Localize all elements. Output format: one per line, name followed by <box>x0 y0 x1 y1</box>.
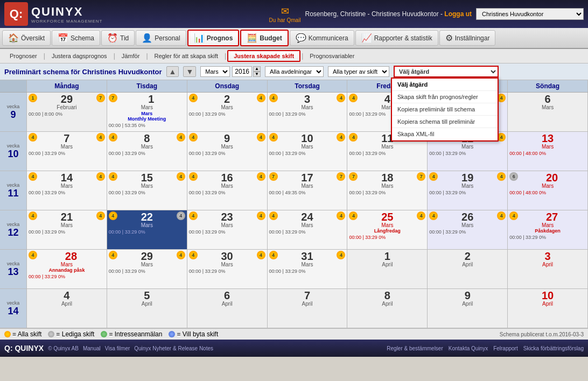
sub-nav-prognosvar[interactable]: Prognosvariabler <box>304 51 360 61</box>
nav-item-kommunicera[interactable]: 💬 Kommunicera <box>290 30 354 46</box>
footer-link-nyheter[interactable]: Quinyx Nyheter & Release Notes <box>134 345 213 351</box>
year-down-btn[interactable]: ▼ <box>253 72 261 77</box>
day-mar13[interactable]: 13 Mars 00:00 | 48:00 0% <box>508 132 588 171</box>
workspace-select[interactable]: Christines Huvudkontor <box>476 8 584 20</box>
badge-mar8b: 4 <box>177 133 185 142</box>
daynum-mar25: 25 <box>358 211 417 222</box>
day-mar16[interactable]: 4164 Mars 00:00 | 33:29 0% <box>187 171 268 210</box>
week-row-10: vecka 10 474 Mars 00:00 | 33:29 0% 484 M… <box>0 132 588 171</box>
daymonth-mar21: Mars <box>29 222 105 228</box>
day-apr5[interactable]: 5 April <box>107 289 187 328</box>
footer-link-filmer[interactable]: Visa filmer <box>105 345 130 351</box>
day-mar22[interactable]: 4224 Mars 00:00 | 33:29 0% <box>107 210 187 249</box>
footer-link-forbattring[interactable]: Skicka förbättringsförslag <box>523 345 584 351</box>
day-mar8[interactable]: 484 Mars 00:00 | 33:29 0% <box>107 132 187 171</box>
dropdown-item-3[interactable]: Kopiera schema till preliminär <box>392 116 498 128</box>
day-mar6[interactable]: 6 Mars <box>508 93 588 131</box>
month-select[interactable]: Mars <box>200 66 230 77</box>
nav-item-oversikt[interactable]: 🏠 Översikt <box>2 30 51 46</box>
dropdown-item-0[interactable]: Välj åtgärd <box>392 79 498 91</box>
footer-link-felrapport[interactable]: Felrapport <box>493 345 518 351</box>
dropdown-item-2[interactable]: Kopiera preliminär till schema <box>392 103 498 116</box>
dropdown-item-1[interactable]: Skapa skift från prognos/regler <box>392 91 498 103</box>
user-info: Rosenberg, Christine - Christines Huvudk… <box>305 10 472 18</box>
nav-item-budget[interactable]: 🧮 Budget <box>240 30 288 46</box>
daystats-mar1: 00:00 | 53:35 0% <box>109 123 185 128</box>
daynum-apr3: 3 <box>509 251 586 262</box>
day-mar28[interactable]: 428 Mars Annandag påsk 00:00 | 33:29 0% <box>27 250 107 288</box>
day-apr2[interactable]: 2 April <box>428 250 508 288</box>
day-mar29[interactable]: 4294 Mars 00:00 | 33:29 0% <box>107 250 187 288</box>
day-mar15[interactable]: 4154 Mars 00:00 | 33:29 0% <box>107 171 187 210</box>
nav-item-schema[interactable]: 📅 Schema <box>52 30 100 46</box>
footer-link-copyright[interactable]: © Quinyx AB <box>48 345 79 351</box>
nav-label-prognos: Prognos <box>207 34 233 42</box>
nav-item-prognos[interactable]: 📊 Prognos <box>187 30 240 46</box>
daystats-mar27: 00:00 | 33:29 0% <box>509 235 586 240</box>
day-feb29[interactable]: 1 29 7 Februari 00:00 | 8:00 0% <box>27 93 107 131</box>
day-apr10[interactable]: 10 April <box>508 289 588 328</box>
sub-nav-regler[interactable]: Regler för att skapa skift <box>149 51 224 61</box>
week-row-12: vecka 12 4214 Mars 00:00 | 33:29 0% 4224… <box>0 210 588 250</box>
day-mar26[interactable]: 4264 Mars 00:00 | 33:29 0% <box>428 210 508 249</box>
day-mar18[interactable]: 7187 Mars 00:00 | 33:29 0% <box>347 171 428 210</box>
daystats-mar30: 00:00 | 33:29 0% <box>189 269 265 274</box>
footer-link-regler[interactable]: Regler & bestämmelser <box>387 345 443 351</box>
prev-month-btn[interactable]: ▲ <box>166 66 179 77</box>
day-mar9[interactable]: 494 Mars 00:00 | 33:29 0% <box>187 132 268 171</box>
personal-icon: 👤 <box>142 33 152 43</box>
logout-link[interactable]: Logga ut <box>444 10 472 18</box>
sub-nav-justera-dag[interactable]: Justera dagsprognos <box>46 51 113 61</box>
day-apr9[interactable]: 9 April <box>428 289 508 328</box>
day-apr6[interactable]: 6 April <box>187 289 268 328</box>
day-mar25[interactable]: 4254 Mars Långfredag 00:00 | 33:29 0% <box>347 210 428 249</box>
email-button[interactable]: ✉ Du har Qmail <box>269 5 301 23</box>
day-mar30[interactable]: 4304 Mars 00:00 | 33:29 0% <box>187 250 268 288</box>
day-mar1[interactable]: 7 1 Mars MarsMonthly Meeting 00:00 | 53:… <box>107 93 187 131</box>
dropdown-item-4[interactable]: Skapa XML-fil <box>392 128 498 140</box>
shift-type-select[interactable]: Alla typer av skift <box>328 66 389 77</box>
header-thursday: Torsdag <box>268 80 348 92</box>
nav-item-installningar[interactable]: ⚙ Inställningar <box>439 30 496 46</box>
daynum-mar10: 10 <box>278 133 337 144</box>
email-icon: ✉ <box>281 5 289 17</box>
year-spinner[interactable]: ▲ ▼ <box>253 66 261 77</box>
day-mar31[interactable]: 4314 Mars 00:00 | 33:29 0% <box>268 250 348 288</box>
dept-select[interactable]: Alla avdelningar <box>265 66 324 77</box>
day-mar3[interactable]: 4 3 4 Mars 00:00 | 33:29 0% <box>268 93 348 131</box>
daymonth-mar2: Mars <box>189 104 265 110</box>
day-mar10[interactable]: 4104 Mars 00:00 | 33:29 0% <box>268 132 348 171</box>
nav-item-rapporter[interactable]: 📈 Rapporter & statistik <box>355 30 438 46</box>
nav-item-personal[interactable]: 👤 Personal <box>136 30 186 46</box>
day-apr3[interactable]: 3 April <box>508 250 588 288</box>
badge-mar16b: 4 <box>257 172 265 181</box>
week-num-13: vecka 13 <box>0 250 27 288</box>
daymonth-mar13: Mars <box>509 144 586 150</box>
day-mar23[interactable]: 4234 Mars 00:00 | 33:29 0% <box>187 210 268 249</box>
day-mar24[interactable]: 4244 Mars 00:00 | 33:29 0% <box>268 210 348 249</box>
badge-mar28: 4 <box>29 251 37 259</box>
sub-nav-prognoser[interactable]: Prognoser <box>4 51 43 61</box>
day-mar7[interactable]: 474 Mars 00:00 | 33:29 0% <box>27 132 107 171</box>
footer-link-kontakta[interactable]: Kontakta Quinyx <box>449 345 488 351</box>
day-mar2[interactable]: 4 2 4 Mars 00:00 | 33:29 0% <box>187 93 268 131</box>
day-mar17[interactable]: 7177 Mars 00:00 | 49:35 0% <box>268 171 348 210</box>
day-mar27[interactable]: 427 Mars Påskdagen 00:00 | 33:29 0% <box>508 210 588 249</box>
sub-nav-jamfor[interactable]: Jämför <box>116 51 145 61</box>
sub-nav-justera-skapade[interactable]: Justera skapade skift <box>227 50 300 62</box>
day-apr4[interactable]: 4 April <box>27 289 107 328</box>
day-apr8[interactable]: 8 April <box>347 289 428 328</box>
day-apr7[interactable]: 7 April <box>268 289 348 328</box>
day-mar14[interactable]: 4144 Mars 00:00 | 33:29 0% <box>27 171 107 210</box>
day-mar19[interactable]: 4194 Mars 00:00 | 33:29 0% <box>428 171 508 210</box>
header-sunday: Söndag <box>508 80 588 92</box>
day-mar20[interactable]: 620 Mars 00:00 | 48:00 0% <box>508 171 588 210</box>
nav-item-tid[interactable]: ⏰ Tid <box>101 30 135 46</box>
day-mar21[interactable]: 4214 Mars 00:00 | 33:29 0% <box>27 210 107 249</box>
action-select[interactable]: Välj åtgärd Skapa skift från prognos/reg… <box>394 66 499 77</box>
next-month-btn[interactable]: ▼ <box>183 66 196 77</box>
footer-link-manual[interactable]: Manual <box>83 345 101 351</box>
day-apr1[interactable]: 1 April <box>347 250 428 288</box>
year-up-btn[interactable]: ▲ <box>253 66 261 72</box>
legend-label-lediga: = Lediga skift <box>56 330 94 338</box>
